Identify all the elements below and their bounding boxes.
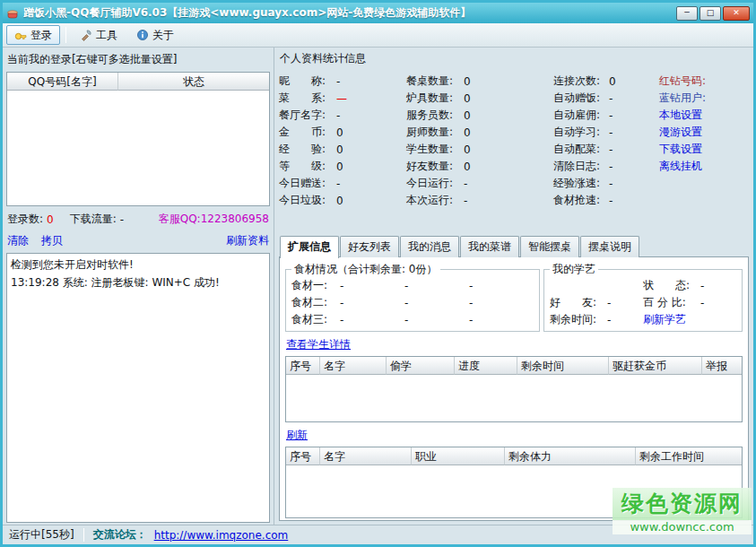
tab-my-messages[interactable]: 我的消息 [400,236,459,257]
stat-tables: 餐桌数量:0 [406,73,553,90]
log-area[interactable]: 检测到您未开启对时软件! 13:19:28 系统: 注册老板键: WIN+C 成… [6,253,270,523]
apprentice-percent: 百 分 比: - [643,294,736,311]
login-count-label: 登录数: [7,212,43,227]
apprentice-remaining: 剩余时间: - [550,311,643,328]
tab-friends-list[interactable]: 好友列表 [340,236,399,257]
wrench-icon [80,29,92,41]
watermark-title: 绿色资源网 [613,488,752,520]
stat-clear-log: 清除日志:- [553,158,659,175]
stats-column-auto: 连接次数:0 自动赠饭:- 自动雇佣:- 自动学习:- 自动配菜:- 清除日志:… [553,73,659,209]
red-diamond-label-row: 红钻号码: [659,73,749,90]
students-table-body[interactable] [286,375,742,421]
extended-info-page: 食材情况（合计剩余量: 0份） 食材一: - - - 食材二: - - - [279,256,749,521]
login-button[interactable]: 登录 [6,25,60,45]
col-serial[interactable]: 序号 [286,357,320,375]
forum-label: 交流论坛： [93,527,147,543]
toolbar-separator [65,27,66,43]
accounts-table-header: QQ号码[名字] 状态 [7,73,269,91]
statusbar-separator [83,528,84,542]
col-status[interactable]: 状态 [118,73,269,91]
col-name[interactable]: 名字 [320,357,387,375]
stat-connections: 连接次数:0 [553,73,659,90]
login-panel-header: 当前我的登录[右键可多选批量设置] [6,50,270,72]
refresh-profile-link[interactable]: 刷新资料 [226,233,269,248]
forum-url-link[interactable]: http://www.imqzone.com [154,529,289,542]
tab-extended-info[interactable]: 扩展信息 [280,236,339,258]
col-steal-learn[interactable]: 偷学 [387,357,455,375]
profile-panel: 个人资料统计信息 昵 称:- 菜 系:— 餐厅名字:- 金 币:0 经 验:0 … [274,48,753,525]
stat-stoves: 炉具数量:0 [406,90,553,107]
stat-level: 等 级:0 [279,158,406,175]
stat-gold: 金 币:0 [279,124,406,141]
stats-column-counts: 餐桌数量:0 炉具数量:0 服务员数:0 厨师数量:0 学生数量:0 好友数量:… [406,73,553,209]
stat-restaurant-name: 餐厅名字:- [279,107,406,124]
maximize-icon[interactable]: □ [700,6,721,21]
col-occupation[interactable]: 职业 [412,447,505,465]
col-name[interactable]: 名字 [320,447,412,465]
ingredient-row-3: 食材三: - - - [291,311,534,328]
tools-button[interactable]: 工具 [72,25,126,45]
apprentice-group: 我的学艺 状 态: - 好 友: - [543,262,743,332]
window-controls: ─ □ ✕ [676,6,750,21]
clear-link[interactable]: 清除 [7,233,29,248]
stats-column-links: 红钻号码: 蓝钻用户: 本地设置 漫游设置 下载设置 离线挂机 [659,73,749,209]
roam-settings-link[interactable]: 漫游设置 [659,125,702,140]
stats-grid: 昵 称:- 菜 系:— 餐厅名字:- 金 币:0 经 验:0 等 级:0 今日赠… [279,73,749,209]
col-stamina-left[interactable]: 剩余体力 [505,447,636,465]
site-watermark: 绿色资源网 www.downcc.com [613,488,752,534]
students-table: 序号 名字 偷学 进度 剩余时间 驱赶获金币 举报 [285,356,743,422]
toolbar: 登录 工具 关于 [3,23,753,48]
login-panel: 当前我的登录[右键可多选批量设置] QQ号码[名字] 状态 登录数: 0 下载流… [3,48,274,525]
copy-link[interactable]: 拷贝 [41,233,63,248]
ingredients-group: 食材情况（合计剩余量: 0份） 食材一: - - - 食材二: - - - [285,262,540,332]
download-settings-link[interactable]: 下载设置 [659,142,702,157]
stat-session-runtime: 本次运行:- [406,192,553,209]
offline-hang-link[interactable]: 离线挂机 [659,159,702,174]
students-link-row: 查看学生详情 [285,332,743,356]
col-qq-account[interactable]: QQ号码[名字] [7,73,118,91]
info-icon [136,29,149,41]
tab-strip: 扩展信息 好友列表 我的消息 我的菜谱 智能摆桌 摆桌说明 [279,236,749,257]
stats-section-title: 个人资料统计信息 [279,49,749,73]
roam-settings-row: 漫游设置 [659,124,749,141]
blue-diamond-label-row: 蓝钻用户: [659,90,749,107]
apprentice-friend: 好 友: - [550,294,643,311]
stat-chefs: 厨师数量:0 [406,124,553,141]
about-button[interactable]: 关于 [128,25,182,45]
close-icon[interactable]: ✕ [723,6,750,21]
view-students-link[interactable]: 查看学生详情 [286,338,351,351]
stat-friends: 好友数量:0 [406,158,553,175]
stats-column-profile: 昵 称:- 菜 系:— 餐厅名字:- 金 币:0 经 验:0 等 级:0 今日赠… [279,73,406,209]
titlebar[interactable]: 蹭饭小黑-QQ餐厅辅助V6.03【挂游戏<www.guayx.com>网站-免费… [3,3,753,23]
refresh-workers-link[interactable]: 刷新 [286,429,308,441]
log-line: 13:19:28 系统: 注册老板键: WIN+C 成功! [11,274,265,291]
minimize-icon[interactable]: ─ [676,6,698,21]
col-expel-gold[interactable]: 驱赶获金币 [609,357,702,375]
groups-row: 食材情况（合计剩余量: 0份） 食材一: - - - 食材二: - - - [285,262,743,332]
apprentice-grid: 状 态: - 好 友: - 百 分 比: - [550,277,736,328]
stat-cuisine: 菜 系:— [279,90,406,107]
tab-table-help[interactable]: 摆桌说明 [580,236,639,257]
tab-my-recipes[interactable]: 我的菜谱 [460,236,519,257]
workers-link-row: 刷新 [285,422,743,447]
service-qq: 客服QQ:1223806958 [159,212,269,227]
col-report[interactable]: 举报 [702,357,742,375]
login-stats-row: 登录数: 0 下载流量: - 客服QQ:1223806958 [6,206,270,230]
app-window: 蹭饭小黑-QQ餐厅辅助V6.03【挂游戏<www.guayx.com>网站-免费… [0,0,756,547]
apprentice-refresh-cell: 刷新学艺 [643,311,736,328]
col-serial[interactable]: 序号 [286,447,320,465]
refresh-apprentice-link[interactable]: 刷新学艺 [643,312,686,327]
traffic-label: 下载流量: [70,212,117,227]
col-time-left[interactable]: 剩余时间 [517,357,609,375]
workers-table-header: 序号 名字 职业 剩余体力 剩余工作时间 [286,447,742,465]
stat-ingredient-rate: 食材抢速:- [553,192,659,209]
local-settings-link[interactable]: 本地设置 [659,108,702,123]
stat-today-gift: 今日赠送:- [279,175,406,192]
stat-nickname: 昵 称:- [279,73,406,90]
col-progress[interactable]: 进度 [455,357,517,375]
tab-smart-tables[interactable]: 智能摆桌 [520,236,579,257]
accounts-list[interactable] [7,91,269,205]
col-worktime-left[interactable]: 剩余工作时间 [636,447,742,465]
local-settings-row: 本地设置 [659,107,749,124]
apprentice-group-title: 我的学艺 [550,262,598,277]
